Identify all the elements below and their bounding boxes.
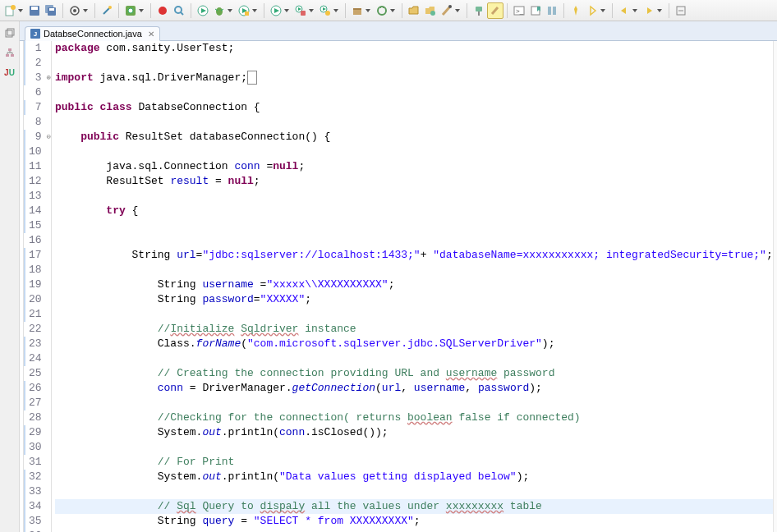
line-numbers: 1236789101112131415161718192021222324252…	[25, 41, 47, 532]
svg-marker-47	[574, 6, 577, 16]
code-editor[interactable]: 1236789101112131415161718192021222324252…	[20, 41, 777, 532]
svg-point-18	[216, 7, 223, 16]
svg-marker-49	[621, 7, 626, 14]
wand-button[interactable]	[99, 2, 115, 19]
paint-button[interactable]	[471, 2, 487, 19]
open-task-button[interactable]	[439, 2, 455, 19]
svg-point-14	[175, 7, 182, 13]
svg-rect-46	[553, 7, 556, 15]
editor-area: J DatabseConnection.java ✕ 1236789101112…	[20, 21, 777, 532]
stop-button[interactable]	[154, 2, 171, 19]
svg-rect-53	[6, 30, 12, 37]
outline-button[interactable]	[544, 2, 560, 19]
debug-config-button[interactable]	[122, 2, 139, 19]
terminal-button[interactable]: >_	[511, 2, 527, 19]
svg-point-13	[159, 7, 167, 15]
external-run-button[interactable]	[292, 2, 309, 19]
step-button[interactable]	[584, 2, 600, 19]
build-button[interactable]	[374, 2, 390, 19]
main-area: JU J DatabseConnection.java ✕ 1236789101…	[0, 21, 777, 532]
svg-text:>_: >_	[516, 7, 524, 15]
coverage-button[interactable]	[236, 2, 252, 19]
save-all-button[interactable]	[43, 2, 59, 19]
toolbar-separator	[191, 3, 191, 18]
svg-rect-55	[8, 48, 11, 51]
left-rail: JU	[0, 21, 20, 532]
toolbar-separator	[150, 3, 151, 18]
svg-line-36	[443, 7, 449, 15]
forward-button[interactable]	[641, 2, 657, 19]
svg-rect-56	[6, 54, 9, 57]
svg-point-8	[73, 9, 76, 12]
toolbar-separator	[612, 3, 613, 18]
toolbar-separator	[94, 3, 95, 18]
open-type-button[interactable]	[422, 2, 439, 19]
svg-rect-33	[353, 8, 361, 10]
pin-button[interactable]	[568, 2, 584, 19]
close-tab-icon[interactable]: ✕	[148, 30, 154, 39]
svg-line-15	[181, 12, 183, 15]
back-button[interactable]	[616, 2, 632, 19]
main-toolbar: >_	[0, 0, 777, 21]
debug-button[interactable]	[211, 2, 228, 19]
svg-point-10	[108, 6, 112, 9]
toolbar-separator	[402, 3, 402, 18]
toolbar-separator	[345, 3, 346, 18]
svg-marker-50	[647, 7, 652, 14]
svg-point-35	[430, 11, 435, 16]
svg-line-40	[492, 7, 498, 14]
tab-strip: J DatabseConnection.java ✕	[20, 21, 777, 41]
svg-point-37	[448, 5, 452, 8]
new-package-button[interactable]	[349, 2, 366, 19]
svg-point-12	[128, 8, 133, 13]
svg-rect-28	[301, 11, 306, 16]
svg-point-31	[325, 11, 330, 16]
svg-rect-54	[7, 29, 14, 35]
toolbar-separator	[563, 3, 564, 18]
new-button[interactable]	[2, 2, 18, 19]
toolbar-separator	[467, 3, 467, 18]
svg-point-1	[11, 5, 16, 10]
toolbar-separator	[118, 3, 119, 18]
svg-rect-3	[31, 7, 38, 10]
open-folder-button[interactable]	[406, 2, 422, 19]
toolbar-separator	[62, 3, 63, 18]
toolbar-separator	[669, 3, 669, 18]
overview-ruler	[773, 41, 777, 532]
svg-rect-38	[476, 7, 482, 11]
run-last-button[interactable]	[268, 2, 284, 19]
bookmark-button[interactable]	[527, 2, 544, 19]
toolbar-separator	[264, 3, 264, 18]
search-button[interactable]	[171, 2, 187, 19]
highlight-button[interactable]	[487, 2, 503, 19]
svg-marker-48	[591, 7, 595, 15]
run-ext-button[interactable]	[317, 2, 333, 19]
restore-icon[interactable]	[3, 26, 16, 39]
svg-rect-23	[245, 11, 249, 16]
junit-view-icon[interactable]: JU	[3, 66, 16, 79]
perspective-button[interactable]	[67, 2, 83, 19]
code-body[interactable]: package com.sanity.UserTest; import java…	[52, 41, 773, 532]
java-file-icon: J	[30, 29, 40, 39]
svg-rect-45	[548, 7, 551, 15]
toolbar-separator	[507, 3, 508, 18]
svg-rect-6	[49, 8, 54, 11]
tab-filename: DatabseConnection.java	[44, 29, 142, 39]
editor-tab[interactable]: J DatabseConnection.java ✕	[25, 26, 160, 41]
hierarchy-icon[interactable]	[3, 46, 16, 59]
run-button[interactable]	[195, 2, 211, 19]
svg-rect-57	[11, 54, 14, 57]
svg-point-34	[378, 7, 386, 15]
save-button[interactable]	[26, 2, 43, 19]
collapse-button[interactable]	[673, 2, 689, 19]
